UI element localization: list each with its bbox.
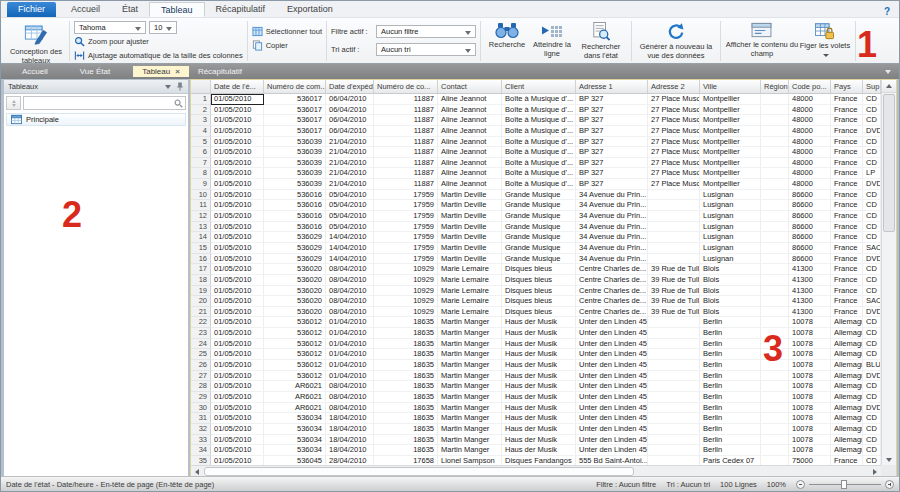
cell-region[interactable] — [761, 200, 789, 211]
cell-date_exp[interactable]: 08/04/2010 — [326, 381, 374, 392]
cell-date_exp[interactable]: 21/04/2010 — [326, 158, 374, 169]
cell-sup[interactable]: DVD — [863, 371, 881, 382]
cell-sup[interactable]: DVD — [863, 126, 881, 137]
cell-client[interactable]: Boîte à Musique d'... — [502, 158, 576, 169]
cell-client[interactable]: Haus der Musik — [502, 381, 576, 392]
cell-date_exp[interactable]: 08/04/2010 — [326, 296, 374, 307]
cell-pays[interactable]: Allemagne — [831, 317, 863, 328]
cell-sup[interactable]: DVD — [863, 254, 881, 265]
cell-region[interactable] — [761, 179, 789, 190]
vertical-scroll-thumb[interactable] — [883, 94, 895, 232]
cell-cp[interactable]: 10078 — [789, 403, 831, 414]
cell-client[interactable]: Grande Musique — [502, 232, 576, 243]
cell-cp[interactable]: 10078 — [789, 371, 831, 382]
row-number[interactable]: 10 — [191, 190, 211, 201]
cell-num_co[interactable]: 10929 — [374, 307, 438, 318]
row-number[interactable]: 23 — [191, 328, 211, 339]
cell-contact[interactable]: Aline Jeannot — [438, 158, 502, 169]
cell-num_com[interactable]: 536012 — [264, 317, 326, 328]
cell-num_com[interactable]: 536034 — [264, 424, 326, 435]
cell-date_exp[interactable]: 08/04/2010 — [326, 403, 374, 414]
vertical-scrollbar[interactable] — [881, 80, 896, 465]
cell-date[interactable]: 01/05/2010 — [211, 232, 264, 243]
cell-num_com[interactable]: 536016 — [264, 211, 326, 222]
cell-cp[interactable]: 86600 — [789, 200, 831, 211]
cell-contact[interactable]: Marie Lemaire — [438, 296, 502, 307]
cell-cp[interactable]: 86600 — [789, 243, 831, 254]
cell-date[interactable]: 01/05/2010 — [211, 168, 264, 179]
search-report-button[interactable]: Rechercher dans l'état — [575, 20, 627, 62]
cell-date_exp[interactable]: 21/04/2010 — [326, 137, 374, 148]
tab-list-caret-icon[interactable] — [885, 70, 891, 74]
cell-num_com[interactable]: 536039 — [264, 158, 326, 169]
column-header-pays[interactable]: Pays — [831, 80, 863, 93]
cell-num_co[interactable]: 18635 — [374, 349, 438, 360]
cell-date_exp[interactable]: 06/04/2010 — [326, 115, 374, 126]
cell-cp[interactable]: 10078 — [789, 360, 831, 371]
cell-adresse1[interactable]: 34 Avenue du Prin... — [576, 232, 648, 243]
cell-client[interactable]: Disques bleus — [502, 296, 576, 307]
ribbon-tab-recapitulatif[interactable]: Récapitulatif — [205, 2, 277, 17]
active-filter-combo[interactable]: Aucun filtre — [376, 25, 476, 38]
cell-num_co[interactable]: 10929 — [374, 264, 438, 275]
cell-adresse1[interactable]: 555 Bd Saint-Antoi... — [576, 456, 648, 465]
cell-contact[interactable]: Marie Lemaire — [438, 264, 502, 275]
cell-date[interactable]: 01/05/2010 — [211, 105, 264, 116]
cell-ville[interactable]: Lusignan — [700, 254, 761, 265]
row-number[interactable]: 11 — [191, 200, 211, 211]
cell-num_co[interactable]: 11887 — [374, 105, 438, 116]
cell-pays[interactable]: France — [831, 275, 863, 286]
cell-date[interactable]: 01/05/2010 — [211, 424, 264, 435]
cell-ville[interactable]: Lusignan — [700, 211, 761, 222]
cell-sup[interactable]: CD — [863, 222, 881, 233]
cell-client[interactable]: Boîte à Musique d'... — [502, 137, 576, 148]
cell-sup[interactable]: CD — [863, 200, 881, 211]
row-number[interactable]: 31 — [191, 413, 211, 424]
cell-num_co[interactable]: 18635 — [374, 317, 438, 328]
cell-client[interactable]: Boîte à Musique d'... — [502, 105, 576, 116]
row-number[interactable]: 24 — [191, 339, 211, 350]
row-number[interactable]: 19 — [191, 286, 211, 297]
cell-sup[interactable]: DVD — [863, 307, 881, 318]
cell-date_exp[interactable]: 18/04/2010 — [326, 445, 374, 456]
cell-region[interactable] — [761, 147, 789, 158]
close-tab-icon[interactable]: × — [175, 67, 180, 76]
help-icon[interactable]: ? — [875, 6, 899, 17]
cell-adresse2[interactable]: 39 Rue de Tulle — [648, 296, 700, 307]
cell-ville[interactable]: Montpellier — [700, 126, 761, 137]
cell-date[interactable]: 01/05/2010 — [211, 317, 264, 328]
cell-num_co[interactable]: 18635 — [374, 392, 438, 403]
cell-pays[interactable]: France — [831, 456, 863, 465]
sort-toggle-button[interactable] — [6, 96, 21, 110]
cell-date_exp[interactable]: 08/04/2010 — [326, 307, 374, 318]
cell-date[interactable]: 01/05/2010 — [211, 381, 264, 392]
cell-client[interactable]: Boîte à Musique d'... — [502, 115, 576, 126]
cell-contact[interactable]: Martin Manger — [438, 381, 502, 392]
cell-adresse1[interactable]: BP 327 — [576, 168, 648, 179]
scroll-up-button[interactable] — [882, 80, 896, 93]
cell-client[interactable]: Haus der Musik — [502, 328, 576, 339]
cell-pays[interactable]: France — [831, 264, 863, 275]
cell-date[interactable]: 01/05/2010 — [211, 435, 264, 446]
cell-region[interactable] — [761, 296, 789, 307]
row-number[interactable]: 2 — [191, 105, 211, 116]
cell-date_exp[interactable]: 21/04/2010 — [326, 179, 374, 190]
cell-ville[interactable]: Berlin — [700, 349, 761, 360]
cell-ville[interactable]: Berlin — [700, 381, 761, 392]
cell-cp[interactable]: 10078 — [789, 381, 831, 392]
cell-client[interactable]: Grande Musique — [502, 200, 576, 211]
cell-cp[interactable]: 86600 — [789, 211, 831, 222]
cell-sup[interactable]: CD — [863, 339, 881, 350]
cell-client[interactable]: Haus der Musik — [502, 392, 576, 403]
cell-adresse2[interactable] — [648, 413, 700, 424]
cell-client[interactable]: Haus der Musik — [502, 424, 576, 435]
cell-date_exp[interactable]: 08/04/2010 — [326, 286, 374, 297]
cell-adresse2[interactable] — [648, 360, 700, 371]
cell-date_exp[interactable]: 05/04/2010 — [326, 200, 374, 211]
ribbon-tab-accueil[interactable]: Accueil — [60, 2, 111, 17]
cell-num_co[interactable]: 18635 — [374, 435, 438, 446]
cell-pays[interactable]: Allemagne — [831, 403, 863, 414]
ribbon-tab-fichier[interactable]: Fichier — [7, 2, 56, 17]
cell-ville[interactable]: Berlin — [700, 435, 761, 446]
cell-num_com[interactable]: 536012 — [264, 328, 326, 339]
